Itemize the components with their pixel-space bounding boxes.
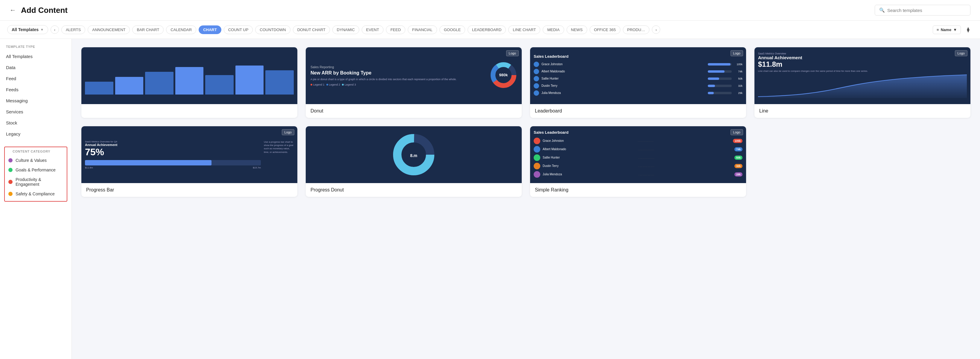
- sr-avatar: [534, 146, 540, 152]
- sr-avatar: [534, 154, 540, 161]
- sidebar-type-stock[interactable]: Stock: [0, 117, 72, 128]
- filter-chip-count-up[interactable]: COUNT UP: [224, 25, 253, 34]
- card-label-line: Line: [754, 104, 970, 118]
- lb-value: 50k: [734, 77, 743, 80]
- lb-value: 29k: [734, 92, 743, 95]
- filter-chip-produ…[interactable]: PRODU…: [623, 25, 650, 34]
- pb-header: SaaS Metrics Overview for Q4: [85, 140, 261, 143]
- sidebar-category-safety-&-compliance[interactable]: Safety & Compliance: [6, 189, 65, 199]
- content-category-box: CONTENT CATEGORY Culture & ValuesGoals &…: [4, 146, 67, 202]
- sr-avatar: [534, 138, 540, 144]
- search-icon: 🔍: [879, 8, 885, 13]
- filter-chip-leaderboard[interactable]: LEADERBOARD: [468, 25, 506, 34]
- card-progress-donut-partial[interactable]: 8.m Progress Donut: [306, 126, 522, 197]
- pb-title: Annual Achievement: [85, 143, 261, 146]
- sidebar-type-messaging[interactable]: Messaging: [0, 95, 72, 106]
- sr-row: Dustin Terry ............ 32k: [534, 163, 743, 169]
- card-preview-leaderboard: Logo Sales Leaderboard Grace Johnston 10…: [530, 47, 746, 104]
- donut-heading: New ARR by Booking Type: [310, 70, 485, 76]
- back-icon: ←: [10, 6, 16, 14]
- donut-subtitle: Sales Reporting: [310, 65, 485, 69]
- sidebar-type-data[interactable]: Data: [0, 62, 72, 73]
- filter-chip-alerts[interactable]: ALERTS: [61, 25, 85, 34]
- sidebar-type-feeds[interactable]: Feeds: [0, 84, 72, 95]
- sidebar-type-feed[interactable]: Feed: [0, 73, 72, 84]
- filter-chip-line-chart[interactable]: LINE CHART: [508, 25, 540, 34]
- category-label: Safety & Compliance: [16, 191, 55, 196]
- all-templates-filter[interactable]: All Templates ▼: [7, 25, 48, 34]
- sr-value: 28k: [734, 172, 743, 176]
- sidebar-panel: TEMPLATE TYPE All TemplatesDataFeedFeeds…: [0, 39, 72, 359]
- card-donut[interactable]: Logo Sales Reporting New ARR by Booking …: [306, 47, 522, 118]
- filter-chip-chart[interactable]: CHART: [199, 25, 221, 34]
- category-label: Productivity & Engagement: [16, 177, 63, 187]
- sidebar-type-legacy[interactable]: Legacy: [0, 128, 72, 140]
- sr-name: Sallie Hunter: [542, 156, 636, 159]
- sr-name: Julia Mendoza: [542, 173, 636, 176]
- lb-value: 105k: [734, 63, 743, 66]
- sort-button[interactable]: ≡ Name ▼: [933, 25, 961, 34]
- card-leaderboard[interactable]: Logo Sales Leaderboard Grace Johnston 10…: [530, 47, 746, 118]
- svg-text:8.m: 8.m: [410, 153, 417, 158]
- lb-title: Sales Leaderboard: [534, 54, 743, 59]
- filter-chip-countdown[interactable]: COUNTDOWN: [255, 25, 290, 34]
- logo-badge: Logo: [506, 50, 519, 56]
- lb-value: 32k: [734, 84, 743, 87]
- sr-row: Sallie Hunter ............ 50k: [534, 154, 743, 161]
- filter-chip-feed[interactable]: FEED: [386, 25, 405, 34]
- pb-percent: 75%: [85, 146, 261, 158]
- card-line[interactable]: Logo SaaS Metrics Overview Annual Achiev…: [754, 47, 970, 118]
- content-area: Logo Sales Reporting New ARR by Booking …: [72, 39, 980, 359]
- card-preview-line: Logo SaaS Metrics Overview Annual Achiev…: [754, 47, 970, 104]
- sr-title: Sales Leaderboard: [534, 130, 743, 135]
- lb-row: Dustin Terry 32k: [534, 83, 743, 89]
- filter-chip-media[interactable]: MEDIA: [542, 25, 564, 34]
- card-bar-chart-partial[interactable]: [81, 47, 298, 118]
- lb-row: Albert Maldonado 74k: [534, 69, 743, 74]
- legend-label: Legend 1: [313, 83, 325, 86]
- filter-chip-google[interactable]: GOOGLE: [439, 25, 465, 34]
- filter-chip-donut-chart[interactable]: DONUT CHART: [293, 25, 330, 34]
- sidebar-category-productivity-&-engagement[interactable]: Productivity & Engagement: [6, 175, 65, 189]
- filter-chip-office-365[interactable]: OFFICE 365: [590, 25, 620, 34]
- lb-avatar: [534, 76, 539, 81]
- lb-avatar: [534, 69, 539, 74]
- lb-name: Albert Maldonado: [541, 70, 705, 73]
- filter-chip-announcement[interactable]: ANNOUNCEMENT: [88, 25, 130, 34]
- sr-value: 50k: [734, 156, 743, 160]
- line-subtitle: SaaS Metrics Overview: [758, 52, 967, 55]
- lb-name: Dustin Terry: [541, 84, 705, 87]
- sidebar-type-all-templates[interactable]: All Templates: [0, 51, 72, 62]
- card-label-progress-donut-partial: Progress Donut: [306, 183, 522, 197]
- sidebar-types: All TemplatesDataFeedFeedsMessagingServi…: [0, 51, 72, 140]
- sr-row: Albert Maldonado ............ 74k: [534, 146, 743, 152]
- back-button[interactable]: ←: [10, 6, 16, 14]
- sr-name: Albert Maldonado: [542, 148, 636, 151]
- filter-next-button[interactable]: ›: [652, 25, 660, 34]
- sidebar-category-culture-&-values[interactable]: Culture & Values: [6, 156, 65, 165]
- lb-row: Julia Mendoza 29k: [534, 91, 743, 96]
- sidebar-category-goals-&-performance[interactable]: Goals & Performance: [6, 165, 65, 175]
- all-templates-label: All Templates: [12, 27, 38, 32]
- sr-avatar: [534, 171, 540, 178]
- sidebar-type-services[interactable]: Services: [0, 106, 72, 117]
- filter-chip-financial[interactable]: FINANCIAL: [408, 25, 437, 34]
- filter-chip-dynamic[interactable]: DYNAMIC: [332, 25, 359, 34]
- sr-avatar: [534, 163, 540, 169]
- filter-options-button[interactable]: ⧫: [963, 25, 973, 34]
- filter-chip-event[interactable]: EVENT: [362, 25, 383, 34]
- filter-chip-bar-chart[interactable]: BAR CHART: [132, 25, 164, 34]
- search-input[interactable]: [887, 8, 966, 13]
- lb-name: Grace Johnston: [541, 62, 705, 66]
- content-category-label: CONTENT CATEGORY: [6, 149, 65, 156]
- filter-prev-button[interactable]: ‹: [51, 25, 59, 34]
- card-progress-bar[interactable]: Logo SaaS Metrics Overview for Q4 Annual…: [81, 126, 298, 197]
- search-box[interactable]: 🔍: [875, 5, 970, 16]
- card-preview-progress-bar: Logo SaaS Metrics Overview for Q4 Annual…: [81, 126, 298, 183]
- card-preview-progress-donut-partial: 8.m: [306, 126, 522, 183]
- sr-dots: ............: [638, 140, 730, 142]
- line-metric: $11.8m: [758, 60, 967, 68]
- filter-chip-news[interactable]: NEWS: [566, 25, 587, 34]
- card-simple-ranking[interactable]: Logo Sales Leaderboard Grace Johnston ..…: [530, 126, 746, 197]
- filter-chip-calendar[interactable]: CALENDAR: [166, 25, 196, 34]
